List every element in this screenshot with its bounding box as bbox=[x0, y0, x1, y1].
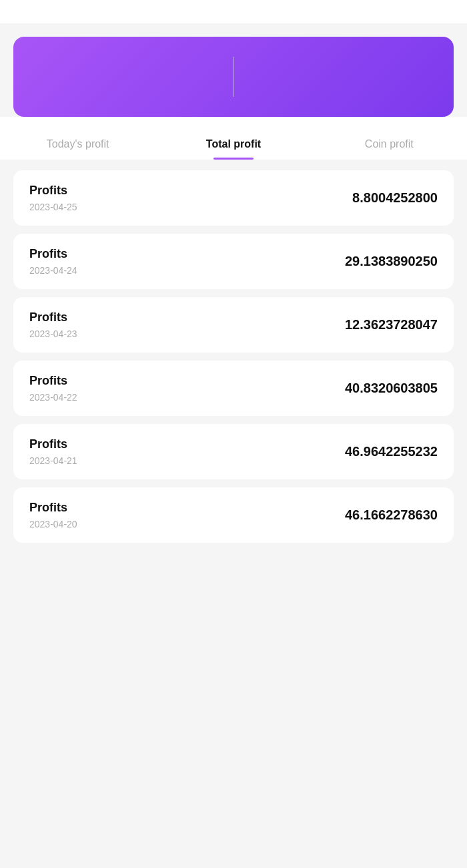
profit-card: Profits 2023-04-21 46.9642255232 bbox=[13, 424, 454, 479]
profit-card-label: Profits bbox=[29, 247, 77, 261]
back-button[interactable] bbox=[13, 10, 20, 17]
profit-card-date: 2023-04-20 bbox=[29, 519, 77, 529]
tab-total-profit[interactable]: Total profit bbox=[155, 130, 311, 160]
banner-divider bbox=[234, 57, 234, 97]
profit-card-amount: 12.3623728047 bbox=[345, 317, 438, 333]
profit-card-amount: 46.1662278630 bbox=[345, 507, 438, 523]
profit-card-amount: 40.8320603805 bbox=[345, 381, 438, 396]
profit-card: Profits 2023-04-25 8.8004252800 bbox=[13, 170, 454, 226]
tab-coin-profit[interactable]: Coin profit bbox=[312, 130, 467, 160]
profit-card-left: Profits 2023-04-25 bbox=[29, 184, 77, 212]
profit-card-label: Profits bbox=[29, 501, 77, 515]
profit-card-left: Profits 2023-04-20 bbox=[29, 501, 77, 529]
profit-card: Profits 2023-04-20 46.1662278630 bbox=[13, 487, 454, 543]
profit-card-amount: 46.9642255232 bbox=[345, 444, 438, 459]
profit-card: Profits 2023-04-22 40.8320603805 bbox=[13, 361, 454, 416]
profit-banner bbox=[13, 37, 454, 117]
profit-card: Profits 2023-04-23 12.3623728047 bbox=[13, 297, 454, 353]
total-profit-section bbox=[253, 74, 436, 79]
profit-card-left: Profits 2023-04-22 bbox=[29, 374, 77, 403]
today-profit-section bbox=[32, 74, 215, 79]
profit-card-left: Profits 2023-04-24 bbox=[29, 247, 77, 276]
profit-card-label: Profits bbox=[29, 374, 77, 388]
profit-card-date: 2023-04-22 bbox=[29, 392, 77, 403]
profit-card: Profits 2023-04-24 29.1383890250 bbox=[13, 234, 454, 289]
profit-card-left: Profits 2023-04-21 bbox=[29, 437, 77, 466]
profit-card-label: Profits bbox=[29, 184, 77, 198]
header bbox=[0, 0, 467, 23]
profit-card-left: Profits 2023-04-23 bbox=[29, 310, 77, 339]
profit-card-amount: 29.1383890250 bbox=[345, 254, 438, 269]
profit-card-date: 2023-04-24 bbox=[29, 265, 77, 276]
profit-list: Profits 2023-04-25 8.8004252800 Profits … bbox=[0, 160, 467, 554]
profit-card-label: Profits bbox=[29, 310, 77, 324]
profit-card-label: Profits bbox=[29, 437, 77, 451]
profit-card-date: 2023-04-21 bbox=[29, 455, 77, 466]
tab-bar: Today's profit Total profit Coin profit bbox=[0, 117, 467, 160]
profit-card-date: 2023-04-23 bbox=[29, 329, 77, 339]
profit-card-date: 2023-04-25 bbox=[29, 202, 77, 212]
profit-card-amount: 8.8004252800 bbox=[352, 190, 438, 206]
tab-today-profit[interactable]: Today's profit bbox=[0, 130, 155, 160]
